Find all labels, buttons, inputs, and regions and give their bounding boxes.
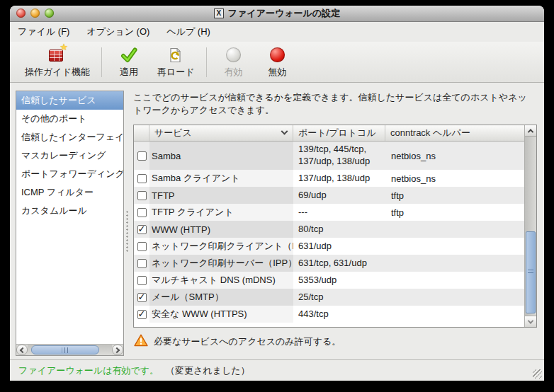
service-ports: 80/tcp — [293, 221, 385, 238]
pane-splitter-handle[interactable] — [125, 210, 129, 253]
sidebar-item-custom-rules[interactable]: カスタムルール — [16, 202, 123, 220]
header-ports[interactable]: ポート/プロトコル — [293, 125, 385, 141]
minimize-window-button[interactable] — [30, 8, 40, 18]
service-name: メール（SMTP） — [149, 289, 293, 306]
titlebar: X ファイアーウォールの設定 — [10, 6, 544, 22]
service-checkbox[interactable] — [137, 259, 147, 268]
table-row[interactable]: 安全な WWW (HTTPS) 443/tcp — [134, 306, 524, 323]
main-panel: ここでどのサービスが信頼できるかを定義できます。信頼したサービスは全てのホストや… — [132, 91, 537, 356]
window-resize-grip[interactable] — [533, 369, 542, 379]
section-description: ここでどのサービスが信頼できるかを定義できます。信頼したサービスは全てのホストや… — [132, 91, 537, 117]
service-name: WWW (HTTP) — [149, 221, 293, 238]
service-helper: netbios_ns — [385, 170, 524, 187]
sidebar-item-port-forwarding[interactable]: ポートフォワーディング — [16, 165, 123, 183]
window-title: ファイアーウォールの設定 — [228, 7, 340, 20]
service-checkbox[interactable] — [137, 174, 147, 183]
service-ports: 631/tcp, 631/udp — [293, 255, 385, 272]
apply-button[interactable]: 適用 — [107, 46, 151, 79]
window-x-icon: X — [214, 8, 224, 18]
service-checkbox[interactable] — [137, 293, 147, 302]
scrollbar-thumb[interactable] — [31, 345, 99, 354]
warning-row: 必要なサービスへのアクセスのみ許可する。 — [134, 334, 341, 350]
service-checkbox[interactable] — [137, 208, 147, 217]
chevron-left-icon — [20, 347, 26, 352]
service-checkbox[interactable] — [137, 151, 147, 161]
menu-options[interactable]: オプション (O) — [86, 25, 149, 38]
service-name: TFTP — [149, 187, 293, 204]
service-name: Samba — [149, 142, 293, 170]
reload-button[interactable]: 再ロード — [151, 46, 201, 79]
statusbar: ファイアーウォールは有効です。 （変更されました） — [10, 359, 544, 381]
table-row[interactable]: Samba クライアント 137/udp, 138/udp netbios_ns — [134, 170, 524, 187]
disable-button-label: 無効 — [268, 66, 287, 79]
scroll-left-button[interactable] — [16, 345, 28, 355]
window-title-group: X ファイアーウォールの設定 — [214, 7, 340, 20]
window-controls — [16, 8, 54, 18]
header-service[interactable]: サービス — [149, 125, 293, 141]
warning-text: 必要なサービスへのアクセスのみ許可する。 — [154, 335, 341, 348]
table-header: サービス ポート/プロトコル conntrack ヘルパー — [134, 125, 524, 142]
table-row[interactable]: Samba 139/tcp, 445/tcp, 137/udp, 138/udp… — [134, 142, 524, 170]
service-ports: 139/tcp, 445/tcp, 137/udp, 138/udp — [293, 142, 385, 170]
service-ports: 69/udp — [293, 187, 385, 204]
service-checkbox[interactable] — [137, 310, 147, 319]
content-area: 信頼したサービス その他のポート 信頼したインターフェイ マスカレーディング ポ… — [10, 83, 544, 359]
service-checkbox[interactable] — [137, 191, 147, 200]
table-row[interactable]: マルチキャスト DNS (mDNS) 5353/udp — [134, 272, 524, 289]
scrollbar-track[interactable] — [525, 137, 536, 316]
service-ports: --- — [293, 204, 385, 221]
disable-button[interactable]: 無効 — [256, 46, 300, 79]
chevron-right-icon — [114, 347, 120, 352]
service-helper: tftp — [385, 204, 524, 221]
service-helper — [385, 255, 524, 272]
service-helper: netbios_ns — [385, 142, 524, 170]
table-row[interactable]: ネットワーク印刷サーバー（IPP） 631/tcp, 631/udp — [134, 255, 524, 272]
table-row[interactable]: WWW (HTTP) 80/tcp — [134, 221, 524, 238]
service-checkbox[interactable] — [137, 276, 147, 285]
service-checkbox[interactable] — [137, 242, 147, 251]
toolbar-separator — [101, 47, 102, 77]
service-ports: 137/udp, 138/udp — [293, 170, 385, 187]
service-helper: tftp — [385, 187, 524, 204]
table-row[interactable]: TFTP クライアント --- tftp — [134, 204, 524, 221]
service-ports: 25/tcp — [293, 289, 385, 306]
scrollbar-thumb[interactable] — [526, 231, 536, 313]
warning-icon — [134, 334, 148, 350]
status-changed-text: （変更されました） — [166, 364, 250, 377]
scroll-down-button[interactable] — [525, 316, 536, 327]
scroll-right-button[interactable] — [112, 345, 123, 355]
service-helper — [385, 221, 524, 238]
menubar: ファイル (F) オプション (O) ヘルプ (H) — [10, 22, 544, 42]
menu-help[interactable]: ヘルプ (H) — [166, 25, 210, 38]
sidebar-horizontal-scrollbar[interactable] — [16, 344, 123, 355]
table-row[interactable]: ネットワーク印刷クライアント（IPP） 631/udp — [134, 238, 524, 255]
toolbar-separator — [206, 47, 207, 77]
zoom-window-button[interactable] — [45, 8, 54, 18]
menu-file[interactable]: ファイル (F) — [18, 25, 69, 38]
sidebar-item-icmp-filter[interactable]: ICMP フィルター — [16, 183, 123, 202]
table-row[interactable]: メール（SMTP） 25/tcp — [134, 289, 524, 306]
service-name: Samba クライアント — [149, 170, 293, 187]
table-row[interactable]: TFTP 69/udp tftp — [134, 187, 524, 204]
enable-button: 有効 — [212, 46, 256, 79]
service-name: 安全な WWW (HTTPS) — [149, 306, 293, 323]
service-checkbox[interactable] — [137, 225, 147, 234]
sort-descending-icon — [281, 127, 288, 134]
table-vertical-scrollbar[interactable] — [524, 125, 536, 327]
header-conntrack-helper[interactable]: conntrack ヘルパー — [385, 125, 524, 141]
scroll-up-button[interactable] — [525, 125, 536, 137]
service-ports: 443/tcp — [293, 306, 385, 323]
sidebar-item-trusted-services[interactable]: 信頼したサービス — [16, 91, 123, 110]
service-helper — [385, 306, 524, 323]
reload-icon — [167, 46, 184, 64]
wizard-button[interactable]: ★ 操作ガイド機能 — [18, 46, 96, 79]
sidebar-item-trusted-interfaces[interactable]: 信頼したインターフェイ — [16, 128, 123, 146]
sidebar-item-masquerading[interactable]: マスカレーディング — [16, 146, 123, 165]
service-helper — [385, 289, 524, 306]
service-name: ネットワーク印刷クライアント（IPP） — [149, 238, 293, 255]
close-window-button[interactable] — [16, 8, 26, 18]
service-name: マルチキャスト DNS (mDNS) — [149, 272, 293, 289]
service-ports: 631/udp — [293, 238, 385, 255]
sidebar-item-other-ports[interactable]: その他のポート — [16, 110, 123, 128]
scrollbar-track[interactable] — [28, 345, 112, 355]
